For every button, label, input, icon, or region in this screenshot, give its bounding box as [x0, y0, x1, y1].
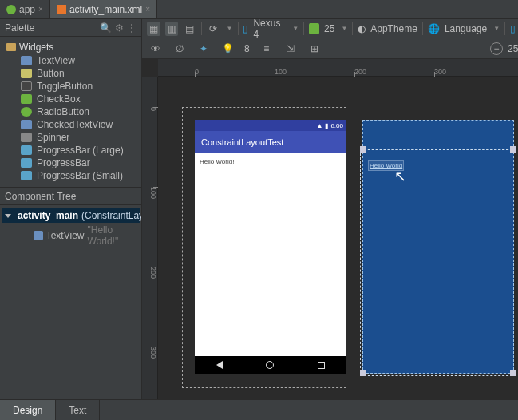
- menu-icon[interactable]: ⋮: [127, 22, 136, 34]
- close-icon[interactable]: ×: [145, 5, 150, 14]
- app-title: ConstraintLayoutTest: [201, 137, 283, 147]
- caret-down-icon[interactable]: [5, 214, 11, 218]
- palette-item-label: ToggleButton: [37, 81, 93, 92]
- palette-item-label: CheckBox: [37, 93, 81, 105]
- api-label[interactable]: 25: [324, 23, 334, 34]
- device-icon: ▯: [243, 23, 248, 34]
- tree-node-value: "Hello World!": [88, 224, 137, 247]
- folder-icon: [6, 43, 16, 51]
- component-tree-header: Component Tree: [0, 188, 141, 205]
- palette-item-label: ProgressBar (Small): [37, 170, 123, 181]
- pack-icon[interactable]: ⇲: [283, 42, 298, 56]
- palette-body: Widgets TextViewButtonToggleButtonCheckB…: [0, 37, 141, 188]
- ruler-tick: 300: [142, 347, 158, 359]
- tree-child-row[interactable]: TextView "Hello World!": [2, 223, 140, 248]
- orientation-icon[interactable]: ⟳: [207, 22, 220, 36]
- status-bar: ▲ ▮ 6:00: [195, 120, 346, 131]
- tree-node-name: TextView: [46, 230, 85, 241]
- palette-item-progressbar-small-[interactable]: ProgressBar (Small): [3, 169, 138, 182]
- palette-item-togglebutton[interactable]: ToggleButton: [3, 80, 138, 93]
- resize-handle[interactable]: [360, 370, 366, 376]
- tree-root-row[interactable]: activity_main (ConstraintLayout): [2, 208, 140, 223]
- gear-icon[interactable]: ⚙: [115, 22, 124, 34]
- tab-text[interactable]: Text: [56, 400, 100, 420]
- tab-activity-main[interactable]: activity_main.xml ×: [50, 0, 157, 18]
- bulb-icon[interactable]: 💡: [220, 42, 235, 56]
- ruler-tick: 300: [434, 59, 446, 77]
- chevron-down-icon: ▼: [292, 25, 299, 32]
- zoom-out-button[interactable]: −: [490, 42, 503, 55]
- close-icon[interactable]: ×: [38, 5, 43, 14]
- editor-tabs: app × activity_main.xml ×: [0, 0, 518, 19]
- search-icon[interactable]: 🔍: [100, 22, 112, 34]
- eye-icon[interactable]: 👁: [148, 42, 163, 56]
- device-preview[interactable]: ▲ ▮ 6:00 ConstraintLayoutTest Hello Worl…: [195, 120, 346, 374]
- view-design-icon[interactable]: ▦: [147, 22, 160, 36]
- view-blueprint-icon[interactable]: ▥: [165, 22, 179, 36]
- resize-handle[interactable]: [360, 146, 366, 153]
- ruler-tick: 100: [275, 59, 287, 77]
- palette-item-checkedtextview[interactable]: CheckedTextView: [3, 118, 138, 131]
- xml-file-icon: [57, 5, 66, 14]
- view-both-icon[interactable]: ▤: [183, 22, 196, 36]
- align-icon[interactable]: ≡: [259, 42, 274, 56]
- palette-group-widgets[interactable]: Widgets: [3, 40, 138, 54]
- zoom-value[interactable]: 25%: [508, 43, 518, 54]
- layout-body[interactable]: Hello World!: [195, 153, 346, 356]
- palette-item-progressbar[interactable]: ProgressBar: [3, 157, 138, 169]
- device-label[interactable]: Nexus 4: [253, 18, 286, 40]
- bottom-tabs: Design Text: [0, 399, 518, 420]
- ruler-vertical: 0100200300: [142, 77, 158, 399]
- tab-label: app: [19, 4, 35, 15]
- resize-handle[interactable]: [510, 146, 516, 153]
- tab-app[interactable]: app ×: [0, 0, 50, 18]
- palette-item-spinner[interactable]: Spinner: [3, 131, 138, 144]
- module-icon: [6, 5, 16, 14]
- progressbar-large--icon: [21, 145, 32, 155]
- tab-design[interactable]: Design: [0, 400, 56, 420]
- ruler-tick: 0: [142, 107, 158, 111]
- tab-label: activity_main.xml: [69, 4, 142, 15]
- variant-icon[interactable]: ▯: [510, 23, 516, 34]
- textview-icon: [21, 56, 32, 65]
- textview-preview[interactable]: Hello World!: [200, 158, 234, 165]
- togglebutton-icon: [21, 81, 32, 91]
- magnet-icon[interactable]: ∅: [172, 42, 187, 56]
- tree-node-name: activity_main: [18, 210, 78, 221]
- wand-icon[interactable]: ✦: [196, 42, 211, 56]
- app-bar: ConstraintLayoutTest: [195, 131, 346, 153]
- signal-icon: ▲: [317, 122, 323, 129]
- checkbox-icon: [21, 94, 32, 104]
- palette-item-button[interactable]: Button: [3, 67, 138, 80]
- nav-recent-icon: [318, 362, 325, 369]
- tab-label: Design: [13, 405, 42, 416]
- textview-icon: [34, 231, 43, 240]
- progressbar-small--icon: [21, 171, 32, 180]
- battery-icon: ▮: [325, 122, 328, 129]
- design-toolbar: ▦ ▥ ▤ ⟳ ▼ ▯ Nexus 4 ▼ 25 ▼ ◐ AppTheme 🌐 …: [142, 19, 518, 38]
- ruler-tick: 0: [195, 59, 199, 77]
- palette-item-progressbar-large-[interactable]: ProgressBar (Large): [3, 144, 138, 157]
- language-label[interactable]: Language: [445, 23, 487, 34]
- palette-item-radiobutton[interactable]: RadioButton: [3, 105, 138, 118]
- blueprint-textview[interactable]: Hello World: [368, 160, 404, 171]
- chevron-down-icon: ▼: [493, 25, 500, 32]
- blueprint-bounds: [360, 149, 516, 376]
- stage[interactable]: ▲ ▮ 6:00 ConstraintLayoutTest Hello Worl…: [158, 77, 518, 399]
- blueprint-preview[interactable]: Hello World: [362, 120, 514, 374]
- spinner-icon: [21, 133, 32, 142]
- panel-title: Palette: [5, 22, 95, 34]
- guideline-icon[interactable]: ⊞: [307, 42, 322, 56]
- margin-value[interactable]: 8: [244, 43, 250, 54]
- palette-item-checkbox[interactable]: CheckBox: [3, 93, 138, 105]
- theme-label[interactable]: AppTheme: [370, 23, 417, 34]
- theme-icon: ◐: [358, 23, 366, 34]
- resize-handle[interactable]: [510, 370, 516, 376]
- android-icon: [309, 23, 319, 34]
- progressbar-icon: [21, 158, 32, 168]
- ruler-tick: 200: [142, 267, 158, 279]
- palette-item-textview[interactable]: TextView: [3, 54, 138, 67]
- globe-icon: 🌐: [428, 23, 440, 34]
- clock: 6:00: [330, 122, 343, 129]
- design-toolbar-secondary: 👁 ∅ ✦ 💡 8 ≡ ⇲ ⊞ − 25%: [142, 38, 518, 59]
